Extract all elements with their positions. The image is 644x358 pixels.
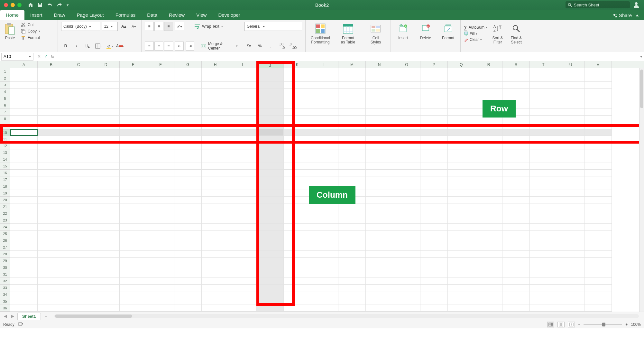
cell-R33[interactable] bbox=[475, 285, 502, 291]
cell-B33[interactable] bbox=[38, 285, 65, 291]
cell-F29[interactable] bbox=[147, 258, 174, 264]
cell-B31[interactable] bbox=[38, 271, 65, 278]
row-header-22[interactable]: 22 bbox=[0, 210, 10, 217]
cell-I13[interactable] bbox=[229, 149, 256, 156]
row-header-25[interactable]: 25 bbox=[0, 231, 10, 237]
cell-D27[interactable] bbox=[92, 244, 120, 251]
row-header-29[interactable]: 29 bbox=[0, 258, 10, 264]
align-bottom-button[interactable]: ≡ bbox=[164, 22, 173, 31]
cell-U33[interactable] bbox=[557, 285, 584, 291]
next-sheet-button[interactable]: ▶ bbox=[10, 314, 15, 318]
cell-U28[interactable] bbox=[557, 251, 584, 258]
cell-A29[interactable] bbox=[10, 258, 38, 264]
cell-A28[interactable] bbox=[10, 251, 38, 258]
cell-R24[interactable] bbox=[475, 224, 502, 231]
cell-A32[interactable] bbox=[10, 278, 38, 285]
align-middle-button[interactable]: ≡ bbox=[154, 22, 163, 31]
cell-G31[interactable] bbox=[174, 271, 202, 278]
cell-L22[interactable] bbox=[311, 210, 338, 217]
cell-M27[interactable] bbox=[338, 244, 366, 251]
cell-S21[interactable] bbox=[502, 203, 530, 210]
cell-F34[interactable] bbox=[147, 291, 174, 298]
cell-T2[interactable] bbox=[530, 75, 557, 82]
cell-M26[interactable] bbox=[338, 237, 366, 244]
cell-E32[interactable] bbox=[120, 278, 147, 285]
cell-U12[interactable] bbox=[557, 143, 584, 149]
cell-N2[interactable] bbox=[366, 75, 393, 82]
cell-C10[interactable] bbox=[65, 129, 92, 136]
cell-R13[interactable] bbox=[475, 149, 502, 156]
cell-D10[interactable] bbox=[92, 129, 120, 136]
cell-L27[interactable] bbox=[311, 244, 338, 251]
cell-O34[interactable] bbox=[393, 291, 420, 298]
cell-T12[interactable] bbox=[530, 143, 557, 149]
column-header-I[interactable]: I bbox=[229, 61, 256, 68]
cell-S29[interactable] bbox=[502, 258, 530, 264]
row-header-12[interactable]: 12 bbox=[0, 143, 10, 149]
cell-E1[interactable] bbox=[120, 68, 147, 75]
cell-I10[interactable] bbox=[229, 129, 256, 136]
cell-R28[interactable] bbox=[475, 251, 502, 258]
cell-J9[interactable] bbox=[256, 122, 284, 129]
cell-R34[interactable] bbox=[475, 291, 502, 298]
cell-D9[interactable] bbox=[92, 122, 120, 129]
cell-T17[interactable] bbox=[530, 176, 557, 183]
cell-O3[interactable] bbox=[393, 82, 420, 89]
cell-A7[interactable] bbox=[10, 109, 38, 116]
cell-K27[interactable] bbox=[284, 244, 311, 251]
cell-A17[interactable] bbox=[10, 176, 38, 183]
close-window-button[interactable] bbox=[4, 3, 8, 7]
cell-C35[interactable] bbox=[65, 298, 92, 305]
cell-S24[interactable] bbox=[502, 224, 530, 231]
column-header-O[interactable]: O bbox=[393, 61, 420, 68]
cell-A19[interactable] bbox=[10, 190, 38, 197]
cell-V11[interactable] bbox=[584, 136, 612, 143]
confirm-formula-icon[interactable]: ✓ bbox=[44, 54, 48, 59]
row-header-27[interactable]: 27 bbox=[0, 244, 10, 251]
cell-M1[interactable] bbox=[338, 68, 366, 75]
cell-C9[interactable] bbox=[65, 122, 92, 129]
home-icon[interactable] bbox=[28, 2, 33, 7]
cell-K10[interactable] bbox=[284, 129, 311, 136]
cell-V16[interactable] bbox=[584, 170, 612, 176]
cell-V3[interactable] bbox=[584, 82, 612, 89]
column-header-M[interactable]: M bbox=[338, 61, 366, 68]
cell-T6[interactable] bbox=[530, 102, 557, 109]
cell-I23[interactable] bbox=[229, 217, 256, 224]
cell-I28[interactable] bbox=[229, 251, 256, 258]
cell-K19[interactable] bbox=[284, 190, 311, 197]
cell-C34[interactable] bbox=[65, 291, 92, 298]
cell-Q27[interactable] bbox=[448, 244, 475, 251]
cell-H15[interactable] bbox=[202, 163, 229, 170]
cell-G35[interactable] bbox=[174, 298, 202, 305]
cell-C14[interactable] bbox=[65, 156, 92, 163]
cell-O12[interactable] bbox=[393, 143, 420, 149]
cell-M6[interactable] bbox=[338, 102, 366, 109]
cell-H1[interactable] bbox=[202, 68, 229, 75]
cell-J36[interactable] bbox=[256, 305, 284, 312]
cell-T3[interactable] bbox=[530, 82, 557, 89]
cell-B16[interactable] bbox=[38, 170, 65, 176]
cell-C6[interactable] bbox=[65, 102, 92, 109]
cell-O15[interactable] bbox=[393, 163, 420, 170]
minimize-window-button[interactable] bbox=[11, 3, 15, 7]
cell-R9[interactable] bbox=[475, 122, 502, 129]
vertical-scrollbar[interactable] bbox=[639, 68, 644, 312]
cell-V7[interactable] bbox=[584, 109, 612, 116]
cell-C18[interactable] bbox=[65, 183, 92, 190]
cell-R15[interactable] bbox=[475, 163, 502, 170]
cell-B18[interactable] bbox=[38, 183, 65, 190]
cell-F12[interactable] bbox=[147, 143, 174, 149]
cell-C5[interactable] bbox=[65, 95, 92, 102]
cell-O13[interactable] bbox=[393, 149, 420, 156]
cell-E18[interactable] bbox=[120, 183, 147, 190]
cell-H12[interactable] bbox=[202, 143, 229, 149]
cell-K18[interactable] bbox=[284, 183, 311, 190]
cell-E9[interactable] bbox=[120, 122, 147, 129]
cell-U23[interactable] bbox=[557, 217, 584, 224]
cell-E31[interactable] bbox=[120, 271, 147, 278]
cell-R21[interactable] bbox=[475, 203, 502, 210]
cell-Q24[interactable] bbox=[448, 224, 475, 231]
cell-R11[interactable] bbox=[475, 136, 502, 143]
add-sheet-button[interactable]: ＋ bbox=[43, 313, 50, 320]
